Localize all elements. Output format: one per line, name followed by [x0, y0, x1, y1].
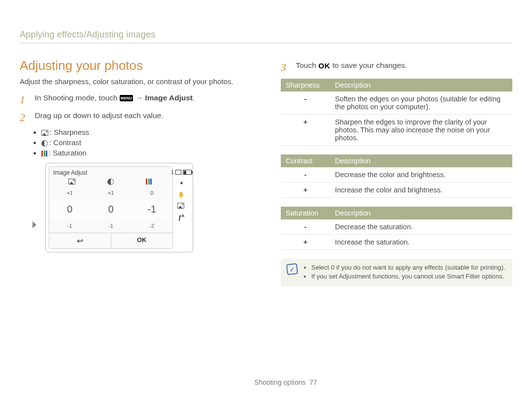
grid-cell: -1 [49, 219, 90, 233]
intro-text: Adjust the sharpness, color saturation, … [20, 77, 251, 86]
contrast-icon [41, 140, 48, 147]
note-line-1: Select 0 if you do not want to apply any… [311, 264, 505, 271]
step-number-2: 2 [20, 111, 33, 124]
saturation-icon [146, 179, 152, 185]
step-2-text: Drag up or down to adjust each value. [34, 111, 232, 120]
step-number-3: 3 [281, 61, 294, 74]
hand-icon: ✋ [178, 191, 185, 198]
photo-icon [177, 203, 184, 209]
contrast-table: ContrastDescription -Decrease the color … [281, 154, 512, 198]
grid-cell: -2 [132, 219, 172, 233]
step-number-1: 1 [20, 93, 33, 106]
shots-remaining: 1 [171, 169, 174, 175]
flash-icon: ƒA [178, 214, 184, 221]
grid-cell: 0 [49, 200, 90, 219]
grid-cell: -1 [90, 219, 131, 233]
sharpness-icon [68, 179, 75, 185]
section-heading: Adjusting your photos [20, 58, 251, 73]
page-footer: Shooting options 77 [20, 378, 532, 386]
device-back-button: ↩ [49, 233, 111, 248]
note-box: ✓ Select 0 if you do not want to apply a… [281, 259, 512, 286]
saturation-table: SaturationDescription -Decrease the satu… [281, 207, 512, 250]
play-arrow-icon [33, 221, 36, 228]
grid-cell: 0 [90, 200, 131, 219]
sublist-contrast: : Contrast [41, 138, 251, 147]
grid-cell: -1 [132, 200, 172, 219]
note-line-2: If you set Adjustment functions, you can… [311, 273, 505, 280]
menu-icon: MENU [120, 95, 133, 101]
sublist-saturation: : Saturation [41, 149, 251, 157]
sharpness-icon [41, 130, 48, 136]
sharpness-table: SharpnessDescription -Soften the edges o… [281, 79, 512, 146]
saturation-icon [41, 151, 47, 156]
grid-cell: +1 [49, 186, 90, 200]
sublist-sharpness: : Sharpness [41, 128, 251, 136]
battery-icon [183, 170, 192, 175]
device-title: Image Adjust [49, 167, 172, 179]
note-icon: ✓ [286, 263, 298, 275]
grid-cell: 0 [132, 186, 172, 200]
mode-icon: ✦ [179, 180, 184, 186]
contrast-icon [107, 179, 114, 185]
ok-icon: OK [318, 62, 330, 70]
step-1-text: In Shooting mode, touch MENU → Image Adj… [34, 93, 232, 102]
breadcrumb: Applying effects/Adjusting images [20, 30, 512, 43]
grid-cell: +1 [90, 186, 131, 200]
device-ok-button: OK [111, 233, 173, 248]
device-screenshot: Image Adjust +1 +1 0 [45, 163, 193, 252]
step-3-text: Touch OK to save your changes. [296, 61, 407, 70]
